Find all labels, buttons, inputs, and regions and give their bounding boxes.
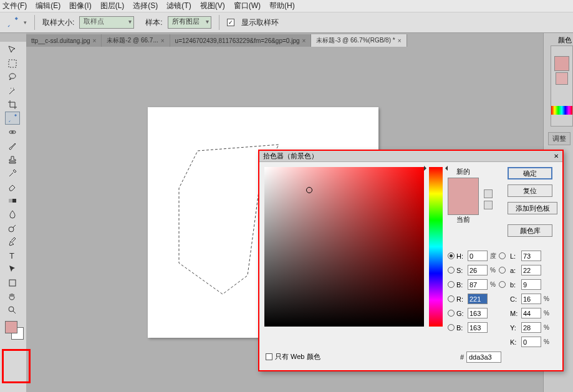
close-icon[interactable]: ✕ [552,152,561,161]
close-icon[interactable]: × [161,37,165,44]
doc-tab-1[interactable]: 未标题-2 @ 66.7...× [102,34,170,47]
r-input[interactable] [468,294,488,304]
tab-label: 未标题-2 @ 66.7... [107,36,158,45]
hand-tool[interactable] [5,290,20,303]
color-lib-button[interactable]: 颜色库 [508,224,552,237]
move-tool[interactable] [5,43,20,56]
sample-dropdown[interactable]: 所有图层 [168,16,211,29]
h-input[interactable] [468,251,488,261]
websafe-warning-icon[interactable] [484,201,493,209]
pct-label: % [542,310,552,317]
menu-image[interactable]: 图像(I) [69,1,91,11]
menu-help[interactable]: 帮助(H) [269,1,295,11]
svg-point-5 [9,227,14,232]
radio-s[interactable] [448,267,455,274]
zoom-tool[interactable] [5,304,20,317]
adjust-panel-label[interactable]: 调整 [548,132,571,145]
ok-button[interactable]: 确定 [508,167,552,179]
menu-file[interactable]: 文件(F) [2,1,27,11]
stamp-tool[interactable] [5,153,20,166]
radio-a[interactable] [499,267,506,274]
menu-view[interactable]: 视图(V) [200,1,225,11]
blur-tool[interactable] [5,208,20,221]
s-input[interactable] [468,265,488,275]
close-icon[interactable]: × [398,37,402,44]
panel-bg-swatch[interactable] [556,72,568,85]
m-input[interactable] [521,308,541,318]
a-input[interactable] [521,265,541,275]
radio-h[interactable] [448,252,455,259]
eraser-tool[interactable] [5,180,20,193]
doc-tab-3[interactable]: 未标题-3 @ 66.7%(RGB/8) *× [311,34,407,47]
menu-select[interactable]: 选择(S) [133,1,158,11]
foreground-color[interactable] [5,321,17,333]
b2-input[interactable] [521,279,541,290]
dropdown-arrow-icon[interactable]: ▾ [24,19,27,26]
color-swatch[interactable] [5,321,24,340]
gradient-tool[interactable] [5,194,20,207]
radio-b[interactable] [448,281,455,288]
saturation-value-field[interactable] [264,167,424,327]
type-tool[interactable]: T [5,249,20,262]
doc-tab-0[interactable]: ttp__c-ssl.duitang.jpg× [26,34,102,47]
menu-layer[interactable]: 图层(L) [100,1,125,11]
marquee-tool[interactable] [5,57,20,70]
crop-tool[interactable] [5,98,20,111]
show-ring-checkbox[interactable]: ✓ [227,19,234,26]
a-label: a: [510,267,521,274]
shape-tool[interactable] [5,276,20,289]
close-icon[interactable]: × [93,37,97,44]
svg-text:T: T [9,251,14,261]
b2-label: b: [510,281,521,289]
radio-b2[interactable] [499,281,506,288]
b-label: B: [456,281,468,289]
eyedropper-icon[interactable] [6,16,19,29]
dodge-tool[interactable] [5,221,20,234]
radio-g[interactable] [448,310,455,317]
radio-r[interactable] [448,295,455,302]
gamut-warning-icon[interactable] [484,189,493,198]
y-input[interactable] [521,322,541,333]
current-color-swatch[interactable] [448,196,479,215]
l-input[interactable] [521,251,541,261]
brush-tool[interactable] [5,139,20,152]
panel-hue-strip[interactable] [551,106,572,115]
web-only-checkbox[interactable]: 只有 Web 颜色 [266,352,320,361]
pen-tool[interactable] [5,235,20,248]
heal-tool[interactable] [5,125,20,138]
show-ring-label: 显示取样环 [241,17,279,28]
menu-filter[interactable]: 滤镜(T) [166,1,191,11]
hex-input[interactable] [466,351,501,363]
panel-fg-swatch[interactable] [554,56,569,71]
hue-marker[interactable] [426,166,445,170]
sv-cursor[interactable] [306,187,312,193]
separator [34,15,35,30]
doc-tab-2[interactable]: u=1246702439,811763229&fm=26&gp=0.jpg× [170,34,312,47]
tab-label: 未标题-3 @ 66.7%(RGB/8) * [316,36,395,45]
bb-input[interactable] [468,322,488,333]
hue-slider[interactable] [429,167,443,327]
radio-bb[interactable] [448,324,455,331]
current-label: 当前 [456,215,470,224]
sample-size-dropdown[interactable]: 取样点 [79,16,134,29]
wand-tool[interactable] [5,84,20,97]
close-icon[interactable]: × [302,37,306,44]
pct-label: % [489,267,499,274]
path-select-tool[interactable] [5,262,20,275]
eyedropper-tool[interactable] [5,112,20,125]
color-mini-panel[interactable] [551,45,573,127]
lasso-tool[interactable] [5,70,20,84]
add-swatch-button[interactable]: 添加到色板 [508,202,557,214]
radio-l[interactable] [499,252,506,259]
c-input[interactable] [521,294,541,304]
b-input[interactable] [468,279,488,290]
new-color-swatch[interactable] [448,178,479,196]
tool-panel-grip[interactable] [0,33,26,42]
reset-button[interactable]: 复位 [508,184,552,197]
g-input[interactable] [468,308,488,318]
menu-window[interactable]: 窗口(W) [234,1,261,11]
history-brush-tool[interactable] [5,166,20,179]
k-input[interactable] [521,337,541,347]
menu-edit[interactable]: 编辑(E) [36,1,60,11]
color-panel-label[interactable]: 颜色 [558,36,572,45]
